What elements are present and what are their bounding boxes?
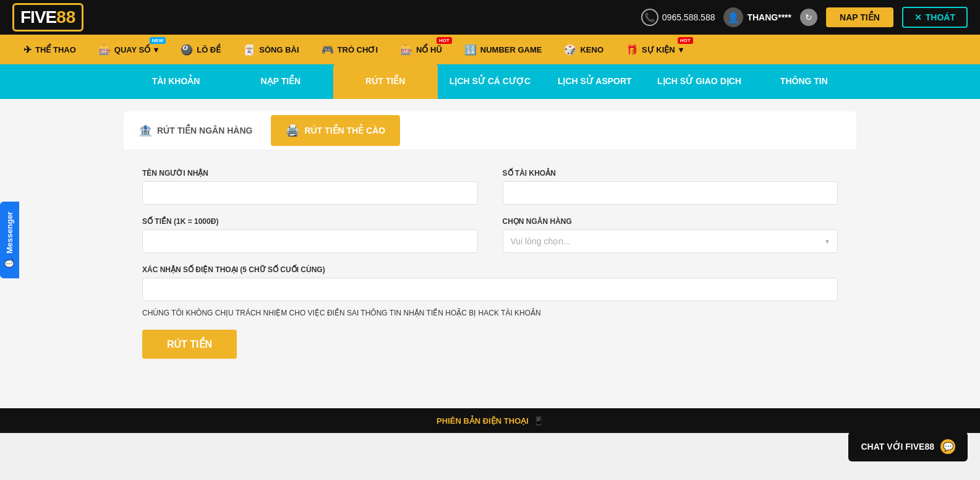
nav-label-sukien: SỰ KIỆN <box>642 45 675 54</box>
nav-label-songbai: SÒNG BÀI <box>259 45 299 54</box>
so-tien-input[interactable] <box>142 229 478 253</box>
card-tab-bank-label: RÚT TIỀN NGÂN HÀNG <box>157 126 252 135</box>
nav-bar: ✈ THỂ THAO 🎰 QUAY SỐ ▾ NEW 🎱 LÔ ĐỀ 🃏 SÒN… <box>0 35 980 64</box>
nav-icon-sukien: 🎁 <box>626 44 638 56</box>
nav-label-quayso: QUAY SỐ <box>114 45 150 54</box>
xac-nhan-label: XÁC NHẬN SỐ ĐIỆN THOẠI (5 CHỮ SỐ CUỐI CÙ… <box>142 265 838 274</box>
tab-lichsuasport[interactable]: LỊCH SỬ ASPORT <box>542 64 647 99</box>
card-tab-card[interactable]: 🖨️ RÚT TIỀN THẺ CÀO <box>271 115 400 146</box>
nav-icon-numbergame: 🔢 <box>464 44 477 56</box>
form-row-2: SỐ TIỀN (1K = 1000Đ) CHỌN NGÂN HÀNG Vui … <box>142 217 838 253</box>
form-area: TÊN NGƯỜI NHẬN SỐ TÀI KHOẢN SỐ TIỀN (1K … <box>124 150 856 377</box>
chat-widget[interactable]: CHAT VỚI FIVE88 💬 <box>848 432 968 433</box>
select-wrapper: Vui lòng chọn... <box>503 229 838 253</box>
user-area: 👤 THANG**** <box>723 7 791 27</box>
hot-badge-sukien: HOT <box>678 37 693 44</box>
nav-label-keno: KENO <box>580 45 603 54</box>
tab-lichsugiaodich[interactable]: LỊCH SỬ GIAO DỊCH <box>647 64 751 99</box>
card-header: 🏦 RÚT TIỀN NGÂN HÀNG 🖨️ RÚT TIỀN THẺ CÀO <box>124 111 856 150</box>
nav-icon-keno: 🎲 <box>564 44 576 56</box>
close-icon: ✕ <box>914 12 922 22</box>
withdrawal-card: 🏦 RÚT TIỀN NGÂN HÀNG 🖨️ RÚT TIỀN THẺ CÀO… <box>124 111 856 377</box>
xac-nhan-input[interactable] <box>142 278 838 301</box>
username: THANG**** <box>747 12 791 22</box>
tab-ruttien[interactable]: RÚT TIỀN <box>333 64 438 99</box>
nav-item-songbai[interactable]: 🃏 SÒNG BÀI <box>232 35 310 64</box>
nav-icon-nohu: 🎰 <box>400 44 412 56</box>
main-content: 🏦 RÚT TIỀN NGÂN HÀNG 🖨️ RÚT TIỀN THẺ CÀO… <box>0 99 980 408</box>
messenger-button[interactable]: 💬 Messenger <box>0 202 19 278</box>
nav-item-numbergame[interactable]: 🔢 NUMBER GAME <box>453 35 553 64</box>
form-group-xacnhan: XÁC NHẬN SỐ ĐIỆN THOẠI (5 CHỮ SỐ CUỐI CÙ… <box>142 265 838 301</box>
ngan-hang-select[interactable]: Vui lòng chọn... <box>503 229 838 253</box>
so-tai-khoan-input[interactable] <box>503 181 838 205</box>
card-tab-card-label: RÚT TIỀN THẺ CÀO <box>304 126 385 135</box>
submit-button[interactable]: RÚT TIỀN <box>142 330 237 359</box>
tab-naptien[interactable]: NẠP TIỀN <box>228 64 333 99</box>
nav-icon-quayso: 🎰 <box>98 44 111 56</box>
logo-88: 88 <box>56 7 75 27</box>
nav-item-lode[interactable]: 🎱 LÔ ĐỀ <box>169 35 232 64</box>
logo: FIVE 88 <box>12 3 83 32</box>
disclaimer-text: CHÚNG TÔI KHÔNG CHỊU TRÁCH NHIỆM CHO VIỆ… <box>142 309 838 317</box>
mobile-icon: 📱 <box>534 416 543 426</box>
ten-nguoi-nhan-label: TÊN NGƯỜI NHẬN <box>142 169 478 178</box>
messenger-icon: 💬 <box>5 259 14 268</box>
nav-item-quayso[interactable]: 🎰 QUAY SỐ ▾ NEW <box>87 35 169 64</box>
nav-arrow-sukien: ▾ <box>679 45 683 54</box>
tab-thongtin[interactable]: THÔNG TIN <box>752 64 856 99</box>
user-avatar: 👤 <box>723 7 743 27</box>
nap-tien-button[interactable]: NAP TIỀN <box>826 7 893 27</box>
nav-item-trochoi[interactable]: 🎮 TRÒ CHƠI <box>310 35 389 64</box>
hot-badge-nohu: HOT <box>437 37 452 44</box>
nav-item-sukien[interactable]: 🎁 SỰ KIỆN ▾ HOT <box>615 35 694 64</box>
nav-item-keno[interactable]: 🎲 KENO <box>553 35 615 64</box>
card-tab-bank[interactable]: 🏦 RÚT TIỀN NGÂN HÀNG <box>124 115 267 146</box>
form-row-1: TÊN NGƯỜI NHẬN SỐ TÀI KHOẢN <box>142 169 838 205</box>
top-right: 📞 0965.588.588 👤 THANG**** ↻ NAP TIỀN ✕ … <box>641 7 968 28</box>
nav-item-nohu[interactable]: 🎰 NỔ HŨ HOT <box>389 35 453 64</box>
refresh-icon[interactable]: ↻ <box>800 9 817 26</box>
phone-number: 0965.588.588 <box>662 12 715 22</box>
tabs-bar: TÀI KHOẢN NẠP TIỀN RÚT TIỀN LỊCH SỬ CÁ C… <box>0 64 980 99</box>
tab-lichsucacuoc[interactable]: LỊCH SỬ CÁ CƯỢC <box>438 64 542 99</box>
phone-area: 📞 0965.588.588 <box>641 9 715 26</box>
bank-icon: 🏦 <box>138 124 152 137</box>
nav-label-nohu: NỔ HŨ <box>416 45 442 54</box>
so-tai-khoan-label: SỐ TÀI KHOẢN <box>503 169 838 178</box>
nav-label-lode: LÔ ĐỀ <box>197 45 221 54</box>
top-bar: FIVE 88 📞 0965.588.588 👤 THANG**** ↻ NAP… <box>0 0 980 35</box>
form-group-nganhang: CHỌN NGÂN HÀNG Vui lòng chọn... <box>503 217 838 253</box>
form-group-sotaikhoan: SỐ TÀI KHOẢN <box>503 169 838 205</box>
tab-taikhoan[interactable]: TÀI KHOẢN <box>124 64 228 99</box>
mobile-version-label: PHIÊN BẢN ĐIỆN THOẠI <box>437 416 529 426</box>
form-group-sotien: SỐ TIỀN (1K = 1000Đ) <box>142 217 478 253</box>
so-tien-label: SỐ TIỀN (1K = 1000Đ) <box>142 217 478 226</box>
chon-ngan-hang-label: CHỌN NGÂN HÀNG <box>503 217 838 226</box>
nav-icon-trochoi: 🎮 <box>322 44 334 56</box>
logo-box: FIVE 88 <box>12 3 83 32</box>
nav-icon-thethao: ✈ <box>23 44 32 56</box>
nav-icon-songbai: 🃏 <box>243 44 255 56</box>
nav-label-trochoi: TRÒ CHƠI <box>338 45 378 54</box>
nav-icon-lode: 🎱 <box>181 44 193 56</box>
nav-item-thethao[interactable]: ✈ THỂ THAO <box>12 35 87 64</box>
balance-area: ↻ <box>800 9 817 26</box>
new-badge-quayso: NEW <box>150 37 166 44</box>
form-group-ten: TÊN NGƯỜI NHẬN <box>142 169 478 205</box>
card-icon: 🖨️ <box>286 124 299 137</box>
phone-icon: 📞 <box>641 9 658 26</box>
messenger-label: Messenger <box>5 212 14 254</box>
bottom-bar: PHIÊN BẢN ĐIỆN THOẠI 📱 <box>0 408 980 433</box>
thoat-button[interactable]: ✕ THOÁT <box>902 7 968 28</box>
nav-label-thethao: THỂ THAO <box>35 45 76 54</box>
ten-nguoi-nhan-input[interactable] <box>142 181 478 205</box>
nav-label-numbergame: NUMBER GAME <box>480 45 542 54</box>
logo-five: FIVE <box>20 7 56 27</box>
nav-arrow-quayso: ▾ <box>154 45 158 54</box>
